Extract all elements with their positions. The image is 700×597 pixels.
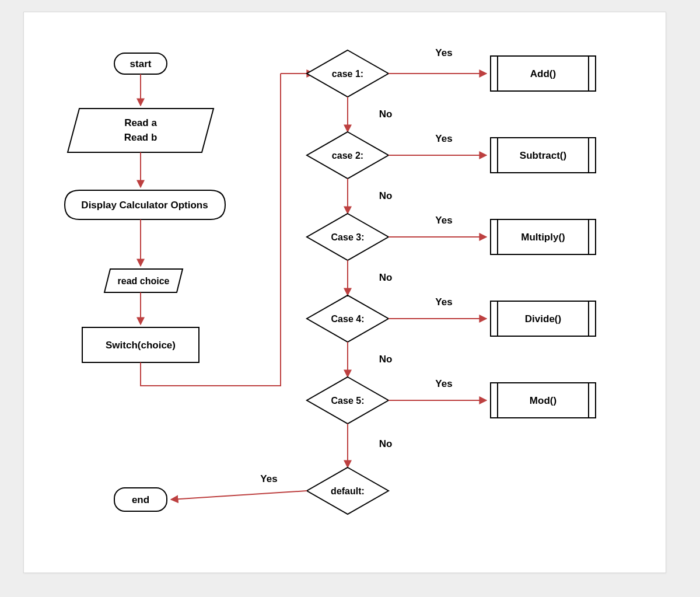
node-read-a-label: Read a [124, 117, 157, 128]
node-end-label: end [132, 494, 149, 505]
label-case4-yes: Yes [435, 296, 452, 308]
label-case1-no: No [379, 109, 393, 120]
label-case3-no: No [379, 272, 393, 283]
node-multiply: Multiply() [491, 219, 596, 254]
label-case5-yes: Yes [435, 378, 452, 389]
label-case3-yes: Yes [435, 215, 452, 226]
node-case1: case 1: [307, 50, 388, 97]
node-switch: Switch(choice) [82, 327, 199, 362]
node-case5-label: Case 5: [331, 396, 365, 406]
node-subtract-label: Subtract() [520, 150, 566, 161]
node-display-options-label: Display Calculator Options [81, 200, 208, 211]
node-divide-label: Divide() [525, 313, 561, 324]
node-read-ab: Read a Read b [68, 109, 214, 152]
edge-default-to-end [171, 491, 307, 500]
node-read-b-label: Read b [124, 132, 158, 143]
label-case4-no: No [379, 354, 393, 365]
node-read-choice-label: read choice [118, 276, 170, 286]
node-default-label: default: [331, 486, 365, 496]
node-add: Add() [491, 56, 596, 91]
node-case4: Case 4: [307, 295, 388, 342]
label-case1-yes: Yes [435, 47, 452, 58]
diagram-panel: start Read a Read b Display Calculator O… [23, 12, 666, 573]
node-display-options: Display Calculator Options [65, 190, 225, 219]
node-case4-label: Case 4: [331, 314, 365, 324]
label-default-yes: Yes [260, 473, 277, 484]
node-end: end [114, 488, 167, 511]
node-case1-label: case 1: [332, 69, 363, 79]
label-case2-yes: Yes [435, 133, 452, 144]
node-case2-label: case 2: [332, 151, 363, 160]
node-read-choice: read choice [104, 269, 183, 292]
label-case2-no: No [379, 190, 393, 201]
node-add-label: Add() [530, 68, 556, 79]
label-case5-no: No [379, 438, 393, 449]
node-case3: Case 3: [307, 214, 388, 260]
node-switch-label: Switch(choice) [106, 340, 176, 351]
node-mod-label: Mod() [530, 395, 556, 406]
node-start-label: start [130, 58, 152, 69]
node-mod: Mod() [491, 383, 596, 418]
node-multiply-label: Multiply() [521, 232, 565, 243]
flowchart-svg: start Read a Read b Display Calculator O… [24, 12, 666, 572]
page: start Read a Read b Display Calculator O… [0, 0, 700, 597]
node-start: start [114, 53, 167, 74]
node-default: default: [307, 467, 388, 514]
node-case3-label: Case 3: [331, 232, 365, 242]
node-divide: Divide() [491, 301, 596, 336]
node-subtract: Subtract() [491, 138, 596, 173]
node-case2: case 2: [307, 132, 388, 179]
svg-marker-1 [68, 109, 214, 152]
node-case5: Case 5: [307, 377, 388, 424]
